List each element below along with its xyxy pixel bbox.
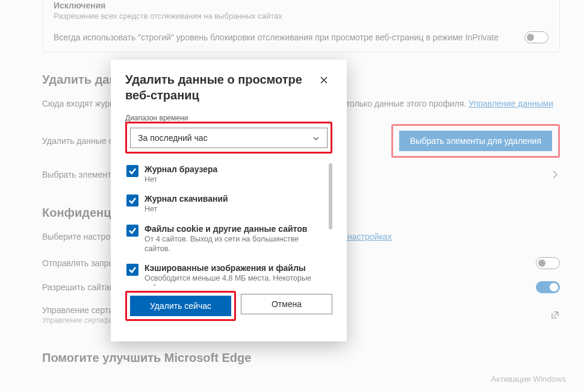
checkbox-checked[interactable] [126,194,138,207]
list-item[interactable]: Журнал браузера Нет [125,160,323,189]
time-range-value: За последний час [138,133,208,143]
highlight-time-range: За последний час [125,122,332,154]
item-sub: Освободится меньше 4,8 МБ места. Некотор… [144,273,322,286]
clear-now-button[interactable]: Удалить сейчас [130,296,231,316]
time-range-select[interactable]: За последний час [130,128,328,148]
item-label: Файлы cookie и другие данные сайтов [144,224,322,234]
scrollbar[interactable] [329,163,332,229]
item-label: Журнал скачиваний [144,194,228,204]
dialog-close-button[interactable] [315,72,332,89]
item-sub: Нет [144,175,217,184]
item-sub: От 4 сайтов. Выход из сети на большинств… [144,234,322,254]
list-item[interactable]: Журнал скачиваний Нет [125,189,323,219]
cancel-button[interactable]: Отмена [241,294,332,314]
chevron-down-icon [312,134,320,142]
checkbox-checked[interactable] [126,264,138,276]
item-label: Кэшированные изображения и файлы [144,263,322,273]
list-item[interactable]: Кэшированные изображения и файлы Освобод… [125,258,323,286]
checkbox-checked[interactable] [126,225,138,237]
clear-items-list: Журнал браузера Нет Журнал скачиваний Не… [125,160,332,286]
time-range-label: Диапазон времени [125,114,332,122]
item-label: Журнал браузера [144,164,217,174]
item-sub: Нет [144,204,228,214]
list-item[interactable]: Файлы cookie и другие данные сайтов От 4… [125,219,323,259]
checkbox-checked[interactable] [126,165,138,177]
highlight-clear-now: Удалить сейчас [125,291,236,321]
clear-browsing-dialog: Удалить данные о просмотре веб-страниц Д… [111,60,347,341]
dialog-title: Удалить данные о просмотре веб-страниц [125,72,306,103]
